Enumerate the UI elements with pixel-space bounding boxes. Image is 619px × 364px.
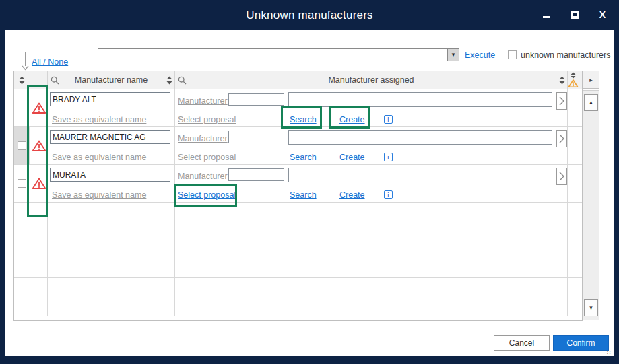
empty-table-row (14, 278, 582, 316)
search-link[interactable]: Search (290, 153, 317, 162)
chevron-right-icon[interactable] (556, 130, 567, 147)
chevron-right-icon[interactable] (556, 168, 567, 185)
filter-input[interactable] (98, 49, 447, 61)
table-row: Save as equivalent name Manufacturer Sel… (14, 165, 582, 203)
select-proposal-link[interactable]: Select proposal (178, 115, 236, 124)
select-proposal-link[interactable]: Select proposal (178, 153, 236, 162)
sort-icon (19, 76, 25, 85)
header-manufacturer-name[interactable]: Manufacturer name (48, 71, 175, 89)
header-manufacturer-assigned[interactable]: Manufacturer assigned (175, 71, 568, 89)
unknown-manufacturers-checkbox[interactable] (508, 50, 517, 59)
sort-icon (559, 76, 565, 87)
manufacturers-table: Manufacturer name Manufacturer assigned (13, 71, 583, 321)
row-checkbox[interactable] (18, 141, 26, 150)
save-equivalent-link[interactable]: Save as equivalent name (52, 115, 146, 124)
warning-icon (32, 102, 46, 115)
manufacturer-name-input[interactable] (50, 168, 170, 182)
chevron-right-icon[interactable] (556, 92, 567, 110)
header-alert-column[interactable] (568, 71, 578, 89)
search-icon (178, 76, 187, 87)
table-row: Save as equivalent name Manufacturer Sel… (14, 127, 582, 165)
sort-icon (166, 76, 172, 87)
title-bar: Unknown manufacturers X (0, 0, 619, 30)
manufacturer-label: Manufacturer (178, 96, 228, 106)
info-icon[interactable]: i (384, 153, 393, 161)
dialog-content: All / None ▼ Execute unknown manufacture… (5, 30, 614, 356)
confirm-button[interactable]: Confirm (553, 335, 609, 351)
minimize-icon[interactable] (543, 16, 550, 18)
row-checkbox[interactable] (18, 179, 26, 188)
scroll-up-icon[interactable]: ▲ (584, 94, 598, 111)
warning-icon (32, 177, 46, 190)
save-equivalent-link[interactable]: Save as equivalent name (52, 153, 146, 162)
manufacturer-name-input[interactable] (50, 92, 170, 106)
search-icon (51, 76, 59, 87)
sort-icon (571, 72, 576, 79)
dialog-window: Unknown manufacturers X All / None ▼ Exe… (0, 0, 619, 364)
execute-link[interactable]: Execute (465, 50, 495, 60)
search-link[interactable]: Search (290, 190, 317, 200)
create-link[interactable]: Create (339, 115, 365, 124)
search-link[interactable]: Search (290, 115, 317, 124)
column-title: Manufacturer name (75, 75, 148, 85)
vertical-scrollbar[interactable]: ▲ ▼ (583, 90, 599, 320)
resize-grip-icon[interactable]: ∷ (607, 351, 612, 354)
warning-icon (568, 79, 579, 88)
create-link[interactable]: Create (339, 190, 365, 200)
all-none-link[interactable]: All / None (32, 57, 68, 67)
manufacturer-label: Manufacturer (178, 172, 228, 181)
scroll-down-icon[interactable]: ▼ (584, 299, 598, 316)
manufacturer-label: Manufacturer (178, 134, 228, 143)
warning-icon (32, 139, 46, 153)
table-row: Save as equivalent name Manufacturer Sel… (14, 89, 582, 127)
save-equivalent-link[interactable]: Save as equivalent name (52, 190, 146, 200)
connector-line-horizontal (25, 52, 90, 52)
unknown-manufacturers-label: unknown manufacturers (521, 50, 610, 60)
manufacturer-code-input[interactable] (228, 131, 284, 143)
create-link[interactable]: Create (339, 153, 365, 162)
column-title: Manufacturer assigned (328, 75, 414, 85)
manufacturer-assigned-input[interactable] (288, 130, 552, 145)
header-select-column[interactable] (14, 71, 30, 89)
manufacturer-name-input[interactable] (50, 130, 170, 144)
select-proposal-link[interactable]: Select proposal (178, 190, 236, 200)
table-header: Manufacturer name Manufacturer assigned (14, 71, 582, 89)
page-title: Unknown manufacturers (246, 9, 372, 22)
info-icon[interactable]: i (384, 190, 393, 199)
header-warning-column[interactable] (30, 71, 48, 89)
header-step-icon[interactable]: ▸ (583, 71, 599, 89)
row-checkbox[interactable] (18, 104, 26, 112)
maximize-icon[interactable] (571, 11, 579, 19)
cancel-button[interactable]: Cancel (494, 335, 550, 351)
empty-table-row (14, 203, 582, 240)
info-icon[interactable]: i (384, 115, 393, 124)
close-icon[interactable]: X (599, 10, 606, 20)
filter-combobox: ▼ (98, 48, 459, 61)
manufacturer-assigned-input[interactable] (288, 92, 552, 107)
manufacturer-code-input[interactable] (228, 168, 284, 181)
manufacturer-assigned-input[interactable] (288, 168, 552, 182)
combobox-dropdown-icon[interactable]: ▼ (447, 49, 459, 61)
manufacturer-code-input[interactable] (228, 93, 284, 106)
empty-table-row (14, 240, 582, 278)
